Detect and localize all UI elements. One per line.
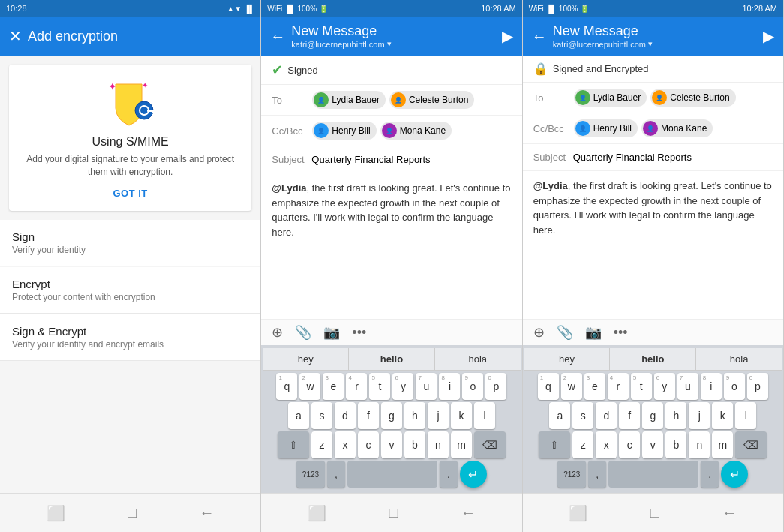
key-p-right[interactable]: 0p (747, 373, 768, 400)
key-z-right[interactable]: z (572, 431, 593, 458)
back-icon-right[interactable]: ← (722, 504, 737, 521)
encrypt-menu-item[interactable]: Encrypt Protect your content with encryp… (0, 267, 260, 314)
key-n-mid[interactable]: n (428, 431, 449, 458)
sign-encrypt-menu-item[interactable]: Sign & Encrypt Verify your identity and … (0, 314, 260, 361)
email-body-mid[interactable]: @Lydia, the first draft is looking great… (261, 173, 521, 319)
space-key-right[interactable] (608, 461, 698, 488)
key-m-mid[interactable]: m (451, 431, 472, 458)
ccbcc-field-mid[interactable]: Cc/Bcc 👤 Henry Bill 👤 Mona Kane (261, 116, 521, 146)
back-button-right[interactable]: ← (532, 28, 547, 45)
key-c-mid[interactable]: c (358, 431, 379, 458)
send-button-mid[interactable]: ▶ (502, 27, 513, 45)
subject-field-mid[interactable]: Subject Quarterly Financial Reports (261, 146, 521, 173)
key-b-right[interactable]: b (665, 431, 686, 458)
period-key-mid[interactable]: . (440, 461, 458, 488)
suggestion-hello-right[interactable]: hello (610, 348, 696, 370)
add-icon-right[interactable]: ⊕ (533, 324, 545, 341)
more-icon-mid[interactable]: ••• (352, 325, 366, 341)
key-s-mid[interactable]: s (311, 402, 332, 429)
suggestion-hola-right[interactable]: hola (696, 348, 782, 370)
key-g-right[interactable]: g (642, 402, 663, 429)
key-f-right[interactable]: f (619, 402, 640, 429)
shift-key-right[interactable]: ⇧ (539, 431, 570, 458)
key-z-mid[interactable]: z (311, 431, 332, 458)
dropdown-arrow-right[interactable]: ▾ (648, 39, 653, 49)
key-h-right[interactable]: h (665, 402, 686, 429)
key-l-mid[interactable]: l (474, 402, 495, 429)
comma-key-right[interactable]: , (588, 461, 606, 488)
key-w-mid[interactable]: 2w (299, 373, 320, 400)
key-a-mid[interactable]: a (288, 402, 309, 429)
recipient-mona-mid[interactable]: 👤 Mona Kane (380, 122, 452, 140)
home-icon-right[interactable]: □ (650, 504, 659, 521)
key-c-right[interactable]: c (619, 431, 640, 458)
key-s-right[interactable]: s (572, 402, 593, 429)
recipient-celeste-right[interactable]: 👤 Celeste Burton (650, 89, 735, 107)
back-icon-mid[interactable]: ← (461, 504, 476, 521)
key-w-right[interactable]: 2w (561, 373, 582, 400)
key-x-mid[interactable]: x (335, 431, 356, 458)
recipient-lydia-mid[interactable]: 👤 Lydia Bauer (312, 91, 386, 109)
key-m-right[interactable]: m (712, 431, 733, 458)
key-l-right[interactable]: l (735, 402, 756, 429)
key-v-right[interactable]: v (642, 431, 663, 458)
recipient-celeste-mid[interactable]: 👤 Celeste Burton (389, 91, 474, 109)
key-t-mid[interactable]: 5t (369, 373, 390, 400)
camera-icon-right[interactable]: 📷 (585, 324, 602, 341)
key-b-mid[interactable]: b (404, 431, 425, 458)
key-y-mid[interactable]: 6y (392, 373, 413, 400)
comma-key-mid[interactable]: , (327, 461, 345, 488)
suggestion-hey-mid[interactable]: hey (263, 348, 349, 370)
recent-apps-icon-right[interactable]: ⬜ (569, 504, 587, 522)
key-x-right[interactable]: x (596, 431, 617, 458)
dropdown-arrow-mid[interactable]: ▾ (387, 39, 392, 49)
suggestion-hello-mid[interactable]: hello (349, 348, 435, 370)
shift-key-mid[interactable]: ⇧ (278, 431, 309, 458)
close-button[interactable]: ✕ (9, 27, 22, 45)
enter-key-mid[interactable]: ↵ (460, 461, 487, 488)
key-q-mid[interactable]: 1q (276, 373, 297, 400)
email-body-right[interactable]: @Lydia, the first draft is looking great… (523, 171, 783, 319)
key-o-right[interactable]: 9o (724, 373, 745, 400)
recipient-henry-mid[interactable]: 👤 Henry Bill (312, 122, 376, 140)
key-j-right[interactable]: j (689, 402, 710, 429)
enter-key-right[interactable]: ↵ (721, 461, 748, 488)
key-r-mid[interactable]: 4r (346, 373, 367, 400)
key-n-right[interactable]: n (689, 431, 710, 458)
period-key-right[interactable]: . (701, 461, 719, 488)
key-d-mid[interactable]: d (335, 402, 356, 429)
recipient-mona-right[interactable]: 👤 Mona Kane (641, 119, 713, 137)
camera-icon-mid[interactable]: 📷 (323, 324, 340, 341)
to-field-mid[interactable]: To 👤 Lydia Bauer 👤 Celeste Burton (261, 85, 521, 116)
key-p-mid[interactable]: 0p (485, 373, 506, 400)
back-icon-left[interactable]: ← (200, 504, 215, 521)
key-a-right[interactable]: a (549, 402, 570, 429)
key-f-mid[interactable]: f (358, 402, 379, 429)
ccbcc-field-right[interactable]: Cc/Bcc 👤 Henry Bill 👤 Mona Kane (523, 113, 783, 144)
key-d-right[interactable]: d (596, 402, 617, 429)
to-field-right[interactable]: To 👤 Lydia Bauer 👤 Celeste Burton (523, 83, 783, 113)
attach-icon-right[interactable]: 📎 (557, 324, 573, 341)
suggestion-hola-mid[interactable]: hola (435, 348, 521, 370)
key-g-mid[interactable]: g (381, 402, 402, 429)
home-icon-mid[interactable]: □ (389, 504, 398, 521)
sym-key-mid[interactable]: ?123 (296, 461, 325, 488)
key-o-mid[interactable]: 9o (462, 373, 483, 400)
back-button-mid[interactable]: ← (270, 28, 285, 45)
key-q-right[interactable]: 1q (538, 373, 559, 400)
sym-key-right[interactable]: ?123 (557, 461, 586, 488)
space-key-mid[interactable] (347, 461, 437, 488)
home-icon-left[interactable]: □ (128, 504, 137, 521)
add-icon-mid[interactable]: ⊕ (272, 324, 283, 341)
key-v-mid[interactable]: v (381, 431, 402, 458)
key-u-mid[interactable]: 7u (416, 373, 437, 400)
recent-apps-icon-mid[interactable]: ⬜ (308, 504, 326, 522)
recipient-henry-right[interactable]: 👤 Henry Bill (574, 119, 638, 137)
delete-key-right[interactable]: ⌫ (735, 431, 767, 458)
key-k-mid[interactable]: k (451, 402, 472, 429)
suggestion-hey-right[interactable]: hey (524, 348, 611, 370)
key-k-right[interactable]: k (712, 402, 733, 429)
recipient-lydia-right[interactable]: 👤 Lydia Bauer (574, 89, 647, 107)
more-icon-right[interactable]: ••• (614, 325, 628, 341)
key-e-right[interactable]: 3e (584, 373, 605, 400)
